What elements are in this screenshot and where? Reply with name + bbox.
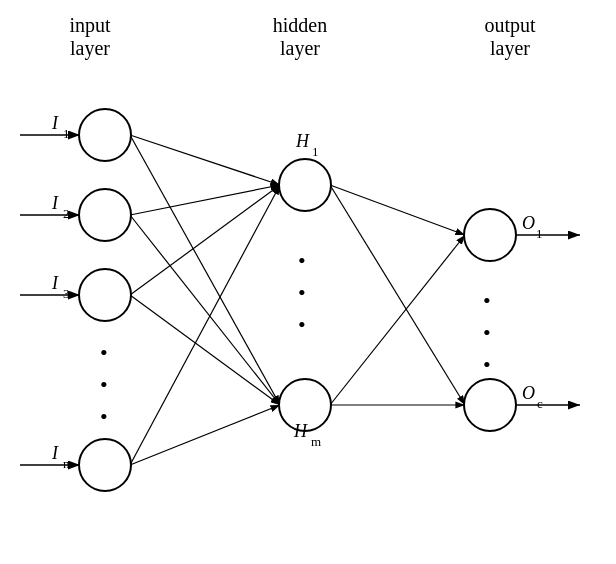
output-layer-label-line1: output xyxy=(484,14,536,37)
conn-h1-o1 xyxy=(330,185,465,235)
output-dots: • xyxy=(483,288,491,313)
input-dots-2: • xyxy=(100,372,108,397)
label-i3: I xyxy=(51,273,59,293)
node-i2 xyxy=(79,189,131,241)
label-o1: O xyxy=(522,213,535,233)
node-i3 xyxy=(79,269,131,321)
neural-network-diagram: input layer hidden layer output layer xyxy=(0,0,616,564)
output-dots-2: • xyxy=(483,320,491,345)
output-dots-3: • xyxy=(483,352,491,377)
label-i2-sub: 2 xyxy=(63,206,70,221)
node-i1 xyxy=(79,109,131,161)
hidden-dots-2: • xyxy=(298,280,306,305)
conn-i2-h1 xyxy=(130,185,280,215)
conn-h1-oc xyxy=(330,185,465,405)
hidden-layer-label-line1: hidden xyxy=(273,14,327,36)
label-in-sub: n xyxy=(63,456,70,471)
input-layer-label-line1: input xyxy=(69,14,111,37)
node-h1 xyxy=(279,159,331,211)
hidden-layer-label-line2: layer xyxy=(280,37,320,60)
label-o1-sub: 1 xyxy=(536,226,543,241)
node-o1 xyxy=(464,209,516,261)
label-hm: H xyxy=(293,421,308,441)
node-in xyxy=(79,439,131,491)
input-dots: • xyxy=(100,340,108,365)
conn-i2-hm xyxy=(130,215,280,405)
hidden-dots: • xyxy=(298,248,306,273)
label-i1: I xyxy=(51,113,59,133)
conn-i1-hm xyxy=(130,135,280,405)
label-oc: O xyxy=(522,383,535,403)
input-dots-3: • xyxy=(100,404,108,429)
label-h1: H xyxy=(295,131,310,151)
label-i2: I xyxy=(51,193,59,213)
hidden-dots-3: • xyxy=(298,312,306,337)
label-i1-sub: 1 xyxy=(63,126,70,141)
label-hm-sub: m xyxy=(311,434,321,449)
label-i3-sub: 3 xyxy=(63,286,70,301)
output-layer-label-line2: layer xyxy=(490,37,530,60)
conn-i3-hm xyxy=(130,295,280,405)
conn-hm-o1 xyxy=(330,235,465,405)
input-layer-label-line2: layer xyxy=(70,37,110,60)
conn-i1-h1 xyxy=(130,135,280,185)
label-h1-sub: 1 xyxy=(312,144,319,159)
conn-in-h1 xyxy=(130,185,280,465)
label-in: I xyxy=(51,443,59,463)
conn-in-hm xyxy=(130,405,280,465)
node-oc xyxy=(464,379,516,431)
label-oc-sub: c xyxy=(537,396,543,411)
conn-i3-h1 xyxy=(130,185,280,295)
